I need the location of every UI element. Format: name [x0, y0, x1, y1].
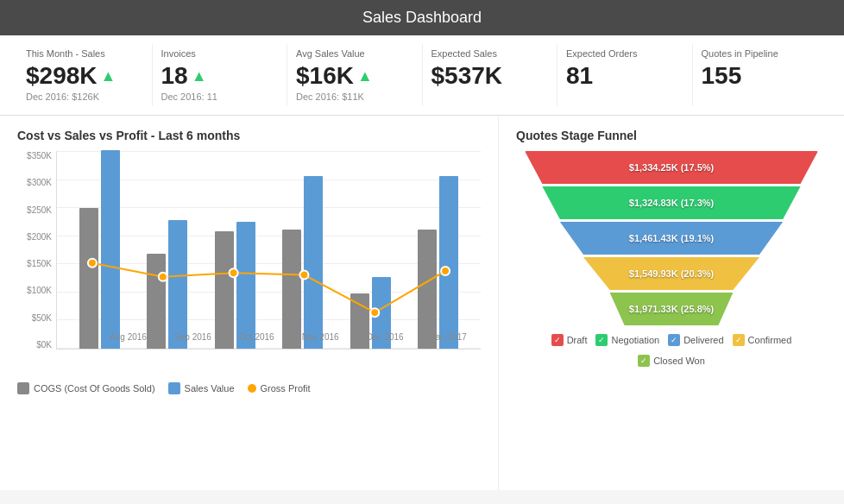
kpi-item-5: Quotes in Pipeline155: [693, 44, 828, 106]
main-content: Cost vs Sales vs Profit - Last 6 months …: [0, 116, 844, 490]
kpi-item-2: Avg Sales Value$16K▲Dec 2016: $11K: [287, 44, 423, 106]
funnel-stage-3: $1,549.93K (20.3%): [525, 257, 818, 290]
trend-up-icon: ▲: [101, 67, 117, 85]
x-axis-label: Nov 2016: [302, 332, 339, 342]
y-axis-label: $300K: [27, 178, 52, 187]
kpi-value: $537K: [431, 62, 549, 90]
legend-item: Gross Profit: [248, 382, 311, 394]
funnel-stage-label: $1,549.93K (20.3%): [629, 268, 714, 279]
kpi-label: This Month - Sales: [26, 48, 143, 59]
funnel-legend-item: ✓Negotiation: [595, 334, 659, 346]
legend-label: Gross Profit: [261, 383, 311, 394]
funnel-legend: ✓Draft✓Negotiation✓Delivered✓Confirmed✓C…: [516, 334, 827, 367]
trend-up-icon: ▲: [192, 67, 207, 85]
funnel-stage-label: $1,334.25K (17.5%): [629, 162, 714, 173]
sales-bar: [439, 176, 458, 349]
dashboard-title: Sales Dashboard: [362, 9, 482, 26]
kpi-bar: This Month - Sales$298K▲Dec 2016: $126KI…: [0, 35, 844, 116]
bar-chart-panel: Cost vs Sales vs Profit - Last 6 months …: [0, 116, 499, 490]
x-axis-label: Oct 2016: [239, 332, 274, 342]
y-axis-label: $100K: [27, 286, 52, 295]
x-axis-label: Aug 2016: [110, 332, 147, 342]
funnel-stage-0: $1,334.25K (17.5%): [525, 151, 818, 184]
legend-color-box: [17, 382, 29, 394]
funnel-stage-2: $1,461.43K (19.1%): [525, 222, 818, 255]
kpi-value: 18▲: [161, 62, 279, 90]
bar-group: [282, 176, 323, 349]
kpi-label: Expected Orders: [566, 48, 683, 59]
bar-row: [79, 150, 120, 349]
funnel-legend-color: ✓: [595, 334, 608, 346]
x-axis-label: Dec 2016: [367, 332, 404, 342]
x-axis: Aug 2016Sep 2016Oct 2016Nov 2016Dec 2016…: [96, 324, 481, 349]
funnel-container: $1,334.25K (17.5%)$1,324.83K (17.3%)$1,4…: [516, 151, 827, 325]
kpi-item-1: Invoices18▲Dec 2016: 11: [153, 44, 288, 106]
legend-color-box: [168, 382, 180, 394]
funnel-stage-label: $1,324.83K (17.3%): [629, 198, 714, 208]
funnel-legend-item: ✓Closed Won: [638, 355, 705, 367]
kpi-prev: Dec 2016: $126K: [26, 91, 143, 102]
funnel-stage-4: $1,971.33K (25.8%): [525, 293, 818, 325]
sales-bar: [304, 176, 323, 349]
funnel-legend-label: Confirmed: [748, 335, 792, 345]
bar-group: [418, 176, 458, 349]
y-axis-label: $50K: [32, 313, 52, 323]
funnel-stage-label: $1,461.43K (19.1%): [629, 233, 714, 243]
kpi-item-4: Expected Orders81: [557, 44, 693, 106]
kpi-value: $298K▲: [26, 62, 143, 90]
funnel-legend-label: Delivered: [683, 335, 723, 345]
kpi-label: Invoices: [161, 48, 279, 59]
funnel-legend-label: Closed Won: [653, 356, 705, 366]
plot-area: Aug 2016Sep 2016Oct 2016Nov 2016Dec 2016…: [56, 151, 481, 350]
kpi-label: Quotes in Pipeline: [702, 48, 819, 59]
funnel-legend-item: ✓Delivered: [668, 334, 723, 346]
funnel-legend-color: ✓: [668, 334, 680, 346]
funnel-legend-label: Negotiation: [611, 335, 659, 345]
y-axis-label: $150K: [27, 259, 52, 268]
kpi-item-0: This Month - Sales$298K▲Dec 2016: $126K: [17, 44, 153, 106]
funnel-legend-item: ✓Draft: [551, 334, 588, 346]
bar-group: [79, 150, 120, 349]
kpi-value: 81: [566, 62, 683, 90]
sales-bar: [101, 150, 120, 349]
funnel-panel: Quotes Stage Funnel $1,334.25K (17.5%)$1…: [499, 116, 844, 490]
funnel-legend-color: ✓: [733, 334, 745, 346]
funnel-title: Quotes Stage Funnel: [516, 129, 827, 142]
kpi-item-3: Expected Sales$537K: [423, 44, 558, 106]
y-axis-label: $0K: [36, 340, 52, 350]
bar-chart-title: Cost vs Sales vs Profit - Last 6 months: [17, 129, 481, 142]
funnel-stage-label: $1,971.33K (25.8%): [629, 304, 714, 314]
y-axis-label: $200K: [27, 232, 52, 242]
funnel-stage-1: $1,324.83K (17.3%): [525, 186, 818, 219]
x-axis-label: Jan 2017: [431, 332, 467, 342]
kpi-label: Avg Sales Value: [296, 48, 413, 59]
legend-label: Sales Value: [185, 383, 235, 394]
kpi-value: $16K▲: [296, 62, 413, 90]
funnel-legend-color: ✓: [551, 334, 564, 346]
legend-item: Sales Value: [168, 382, 235, 394]
kpi-label: Expected Sales: [431, 48, 549, 59]
trend-up-icon: ▲: [357, 67, 373, 85]
dashboard-header: Sales Dashboard: [0, 0, 844, 35]
y-axis: $0K$50K$100K$150K$200K$250K$300K$350K: [17, 151, 56, 350]
funnel-legend-label: Draft: [567, 335, 588, 345]
legend-item: COGS (Cost Of Goods Sold): [17, 382, 155, 394]
bar-chart-legend: COGS (Cost Of Goods Sold)Sales ValueGros…: [17, 382, 481, 394]
legend-dot: [248, 384, 256, 393]
kpi-prev: Dec 2016: $11K: [296, 91, 413, 102]
bar-row: [282, 176, 323, 349]
bar-row: [418, 176, 458, 349]
legend-label: COGS (Cost Of Goods Sold): [34, 383, 155, 394]
y-axis-label: $250K: [27, 205, 52, 215]
bars-container: [57, 151, 481, 349]
funnel-legend-item: ✓Confirmed: [733, 334, 792, 346]
x-axis-label: Sep 2016: [174, 332, 211, 342]
kpi-prev: Dec 2016: 11: [161, 91, 279, 102]
kpi-value: 155: [702, 62, 819, 90]
funnel-legend-color: ✓: [638, 355, 650, 367]
y-axis-label: $350K: [27, 151, 52, 161]
bar-chart-area: $0K$50K$100K$150K$200K$250K$300K$350K Au…: [17, 151, 481, 375]
